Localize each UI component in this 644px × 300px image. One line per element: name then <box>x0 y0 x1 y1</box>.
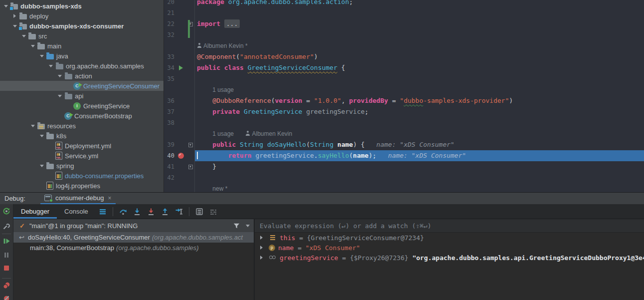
step-into-button[interactable] <box>133 208 141 216</box>
tree-item[interactable]: IGreetingService <box>0 101 163 111</box>
code-editor[interactable]: 20package org.apache.dubbo.samples.actio… <box>163 0 644 192</box>
variable-row[interactable]: greetingService = {$Proxy26@7236} "org.a… <box>255 253 644 263</box>
wrench-icon[interactable] <box>2 222 10 230</box>
chevron-right-icon[interactable] <box>260 236 265 240</box>
mute-breakpoints-button[interactable] <box>2 295 10 300</box>
code-text[interactable]: public class GreetingServiceConsumer { <box>194 62 644 73</box>
code-line[interactable]: 42 <box>163 172 644 183</box>
code-line[interactable]: Albumen Kevin * <box>163 40 644 51</box>
pause-button[interactable] <box>2 251 10 259</box>
tree-item[interactable]: dubbo-consumer.properties <box>0 171 163 181</box>
debugger-menu-icon[interactable] <box>99 208 107 216</box>
force-step-into-button[interactable] <box>147 208 155 216</box>
evaluate-expression-button[interactable] <box>195 208 203 216</box>
code-text[interactable]: package org.apache.dubbo.samples.action; <box>194 0 644 7</box>
tree-item[interactable]: action <box>0 71 163 81</box>
chevron-down-icon[interactable] <box>38 163 45 169</box>
code-text[interactable]: Albumen Kevin * <box>194 40 644 51</box>
code-line[interactable]: 34public class GreetingServiceConsumer { <box>163 62 644 73</box>
chevron-right-icon[interactable] <box>11 14 18 18</box>
chevron-down-icon[interactable] <box>11 23 18 29</box>
code-text[interactable] <box>194 7 644 18</box>
code-text[interactable] <box>194 172 644 183</box>
run-to-cursor-button[interactable] <box>175 208 183 216</box>
layout-settings-icon[interactable] <box>209 208 217 216</box>
tree-item[interactable]: dubbo-samples-xds <box>0 1 163 11</box>
code-line[interactable]: 1 usage Albumen Kevin <box>163 128 644 139</box>
fold-marker-icon[interactable] <box>186 161 194 172</box>
code-line[interactable]: 21 <box>163 7 644 18</box>
chevron-down-icon[interactable] <box>20 33 27 39</box>
tree-item[interactable]: deploy <box>0 11 163 21</box>
code-text[interactable] <box>194 73 644 84</box>
tab-console[interactable]: Console <box>57 204 96 219</box>
variable-row[interactable]: name = "xDS Consumer" <box>255 243 644 253</box>
tree-item[interactable]: log4j.properties <box>0 181 163 191</box>
chevron-right-icon[interactable] <box>260 246 265 250</box>
frame-row[interactable]: main:38, ConsumerBootstrap(org.apache.du… <box>13 243 254 253</box>
tree-item[interactable]: CGreetingServiceConsumer <box>0 81 163 91</box>
tree-item[interactable]: src <box>0 31 163 41</box>
code-text[interactable] <box>194 29 644 40</box>
code-text[interactable]: 1 usage Albumen Kevin <box>194 128 644 139</box>
chevron-down-icon[interactable] <box>2 3 9 9</box>
chevron-down-icon[interactable] <box>56 93 63 99</box>
tab-debugger[interactable]: Debugger <box>13 204 57 219</box>
code-text[interactable]: @Component("annotatedConsumer") <box>194 51 644 62</box>
tree-item[interactable]: k8s <box>0 131 163 141</box>
code-line[interactable]: 36 @DubboReference(version = "1.0.0", pr… <box>163 95 644 106</box>
tree-item[interactable]: api <box>0 91 163 101</box>
chevron-down-icon[interactable] <box>246 225 250 229</box>
variable-row[interactable]: this = {GreetingServiceConsumer@7234} <box>255 233 644 243</box>
filter-icon[interactable] <box>233 223 240 229</box>
code-line[interactable]: 33@Component("annotatedConsumer") <box>163 51 644 62</box>
code-text[interactable]: @DubboReference(version = "1.0.0", provi… <box>194 95 644 106</box>
code-text[interactable]: private GreetingService greetingService; <box>194 106 644 117</box>
code-line[interactable]: 1 usage <box>163 84 644 95</box>
code-text[interactable] <box>194 117 644 128</box>
code-line[interactable]: 22import ... <box>163 18 644 29</box>
code-text[interactable]: } <box>194 161 644 172</box>
code-line[interactable]: 35 <box>163 73 644 84</box>
code-line[interactable]: 37 private GreetingService greetingServi… <box>163 106 644 117</box>
code-text[interactable]: 1 usage <box>194 84 644 95</box>
code-line[interactable]: 39 public String doSayHello(String name)… <box>163 139 644 150</box>
tree-item[interactable]: Deployment.yml <box>0 141 163 151</box>
code-text[interactable]: new * <box>194 183 644 192</box>
code-text[interactable]: import ... <box>194 18 644 29</box>
tree-item[interactable]: dubbo-samples-xds-consumer <box>0 21 163 31</box>
tree-item[interactable]: spring <box>0 161 163 171</box>
tree-item[interactable]: org.apache.dubbo.samples <box>0 61 163 71</box>
code-line[interactable]: 41 } <box>163 161 644 172</box>
chevron-down-icon[interactable] <box>38 53 45 59</box>
code-text[interactable]: return greetingService.sayHello(name); n… <box>194 150 644 161</box>
close-icon[interactable]: × <box>108 195 111 202</box>
fold-marker-icon[interactable] <box>186 139 194 150</box>
view-breakpoints-button[interactable] <box>2 282 10 290</box>
chevron-down-icon[interactable] <box>56 73 63 79</box>
code-line[interactable]: 20package org.apache.dubbo.samples.actio… <box>163 0 644 7</box>
step-over-button[interactable] <box>119 208 127 216</box>
tree-item[interactable]: resources <box>0 121 163 131</box>
tree-item[interactable]: main <box>0 41 163 51</box>
code-line[interactable]: 40 return greetingService.sayHello(name)… <box>163 150 644 161</box>
code-text[interactable]: public String doSayHello(String name) { … <box>194 139 644 150</box>
chevron-down-icon[interactable] <box>47 63 54 69</box>
tree-item[interactable]: java <box>0 51 163 61</box>
run-gutter-icon[interactable] <box>175 62 186 73</box>
tree-item[interactable]: Service.yml <box>0 151 163 161</box>
breakpoint-icon[interactable] <box>175 150 186 161</box>
chevron-down-icon[interactable] <box>29 123 36 129</box>
code-line[interactable]: new * <box>163 183 644 192</box>
chevron-right-icon[interactable] <box>260 256 265 260</box>
tree-item[interactable]: CConsumerBootstrap <box>0 111 163 121</box>
thread-selector[interactable]: ✓ "main"@1 in group "main": RUNNING <box>13 219 254 232</box>
stop-button[interactable] <box>2 264 10 272</box>
frame-row[interactable]: ↩doSayHello:40, GreetingServiceConsumer(… <box>13 232 254 243</box>
project-tree-panel[interactable]: dubbo-samples-xdsdeploydubbo-samples-xds… <box>0 0 164 192</box>
chevron-down-icon[interactable] <box>29 43 36 49</box>
rerun-button[interactable] <box>2 207 10 215</box>
resume-button[interactable] <box>2 237 10 245</box>
code-line[interactable]: 38 <box>163 117 644 128</box>
evaluate-expression-input[interactable]: Evaluate expression (↵) or add a watch (… <box>255 219 644 233</box>
